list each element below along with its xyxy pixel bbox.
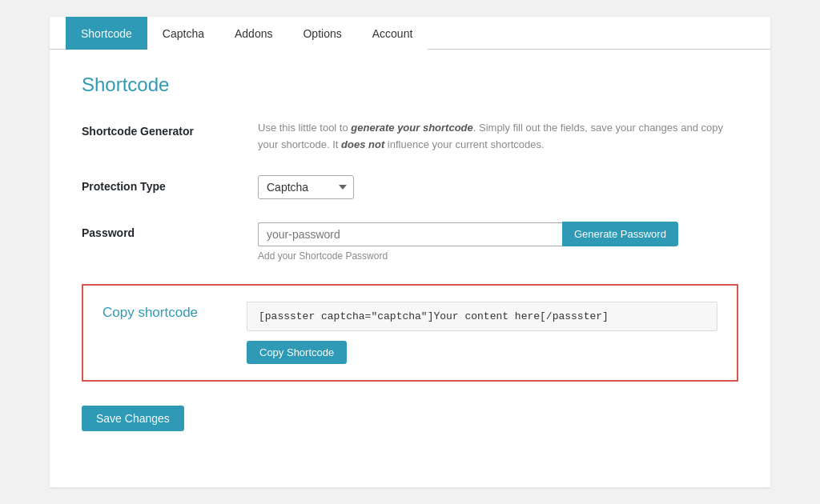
page-container: Shortcode Captcha Addons Options Account… <box>50 17 770 488</box>
tabs-bar: Shortcode Captcha Addons Options Account <box>50 17 770 50</box>
password-input[interactable] <box>258 222 562 246</box>
desc-does-not: does not <box>341 138 384 150</box>
password-row: Password Generate Password Add your Shor… <box>82 222 738 262</box>
generate-password-button[interactable]: Generate Password <box>562 222 678 246</box>
copy-shortcode-label: Copy shortcode <box>102 302 247 321</box>
shortcode-generator-description: Use this little tool to generate your sh… <box>258 120 738 154</box>
protection-type-field: Captcha Password None <box>258 175 738 199</box>
save-changes-button[interactable]: Save Changes <box>82 406 184 431</box>
protection-type-row: Protection Type Captcha Password None <box>82 175 738 199</box>
desc-bold: generate your shortcode <box>351 122 472 134</box>
tab-shortcode[interactable]: Shortcode <box>66 17 147 50</box>
copy-shortcode-button[interactable]: Copy Shortcode <box>247 341 347 364</box>
password-hint: Add your Shortcode Password <box>258 250 738 262</box>
password-input-group: Generate Password <box>258 222 738 246</box>
tab-addons[interactable]: Addons <box>219 17 287 50</box>
password-field: Generate Password Add your Shortcode Pas… <box>258 222 738 262</box>
desc-text-1: Use this little tool to <box>258 122 351 134</box>
page-title: Shortcode <box>82 74 738 96</box>
tab-options[interactable]: Options <box>287 17 356 50</box>
password-label: Password <box>82 222 258 239</box>
tab-account[interactable]: Account <box>357 17 428 50</box>
copy-shortcode-box: Copy shortcode [passster captcha="captch… <box>82 284 738 382</box>
shortcode-generator-row: Shortcode Generator Use this little tool… <box>82 120 738 154</box>
desc-text-3: influence your current shortcodes. <box>384 138 544 150</box>
shortcode-code-display: [passster captcha="captcha"]Your content… <box>247 302 718 331</box>
protection-type-select[interactable]: Captcha Password None <box>258 175 354 199</box>
tab-captcha[interactable]: Captcha <box>147 17 219 50</box>
shortcode-generator-label: Shortcode Generator <box>82 120 258 138</box>
page-content: Shortcode Shortcode Generator Use this l… <box>50 50 770 456</box>
shortcode-content: [passster captcha="captcha"]Your content… <box>247 302 718 364</box>
protection-type-label: Protection Type <box>82 175 258 193</box>
